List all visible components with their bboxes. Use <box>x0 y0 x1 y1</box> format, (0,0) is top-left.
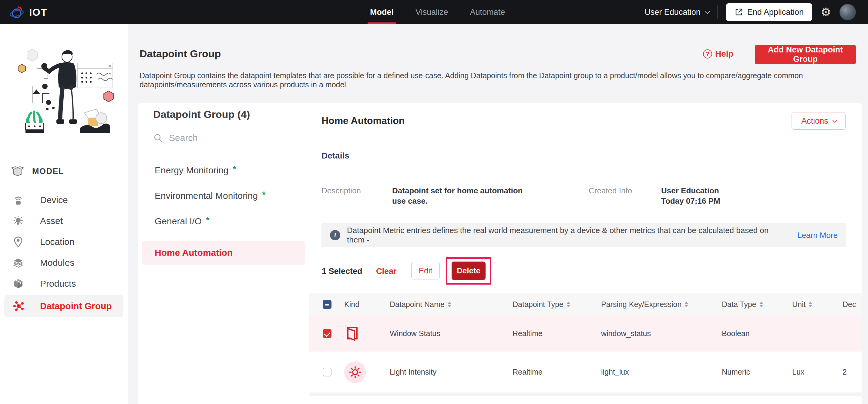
model-icon <box>11 166 24 176</box>
description-value: Datapoint set for home automation use ca… <box>392 186 523 206</box>
sidebar-item-datapoint-group[interactable]: Datapoint Group <box>4 295 123 317</box>
chevron-down-icon <box>705 9 710 14</box>
detail-title: Home Automation <box>321 115 405 126</box>
asterisk-icon: * <box>232 164 236 174</box>
sun-icon <box>344 361 366 383</box>
col-data-type: Data Type <box>722 300 792 309</box>
modules-icon <box>12 257 29 269</box>
created-info-label: Created Info <box>589 186 632 196</box>
delete-button[interactable]: Delete <box>452 262 486 280</box>
learn-more-link[interactable]: Learn More <box>797 231 838 240</box>
group-item-home-automation[interactable]: Home Automation <box>142 241 305 265</box>
asterisk-icon: * <box>262 190 266 200</box>
location-icon <box>12 236 29 248</box>
cell-type: Realtime <box>513 368 601 376</box>
search-input[interactable] <box>169 133 278 143</box>
clear-selection-link[interactable]: Clear <box>376 267 397 276</box>
cell-parsing-key: light_lux <box>601 368 722 376</box>
description-label: Description <box>321 186 361 196</box>
brand-name: IOT <box>29 6 47 18</box>
chevron-down-icon <box>833 118 837 123</box>
main-tabs: Model Visualize Automate <box>370 0 505 24</box>
table-header: Kind Datapoint Name Datapoint Type Parsi… <box>309 293 862 315</box>
select-all-checkbox[interactable] <box>323 300 332 309</box>
sidebar-item-products[interactable]: Products <box>0 273 128 294</box>
end-application-button[interactable]: End Application <box>726 3 812 21</box>
asterisk-icon: * <box>206 215 210 225</box>
external-link-icon <box>735 8 743 16</box>
selected-count: 1 Selected <box>322 267 363 276</box>
sort-icon[interactable] <box>809 302 812 307</box>
edit-button[interactable]: Edit <box>411 262 440 279</box>
cell-type: Realtime <box>513 329 601 338</box>
workspace-selector[interactable]: User Education <box>645 8 709 17</box>
sidebar-item-device[interactable]: Device <box>0 190 128 210</box>
row-separator <box>309 393 862 396</box>
col-parsing-key: Parsing Key/Expression <box>601 300 722 309</box>
col-dec: Dec <box>842 300 862 309</box>
group-item-general-io[interactable]: General I/O * <box>142 208 305 234</box>
datapoint-group-icon <box>12 299 29 313</box>
col-unit: Unit <box>792 300 842 309</box>
group-list: Energy Monitoring * Environmental Monito… <box>142 158 305 265</box>
page-title: Datapoint Group <box>140 48 221 60</box>
help-icon <box>703 49 712 59</box>
nav-divider <box>717 5 718 19</box>
group-list-title: Datapoint Group (4) <box>153 108 250 120</box>
asset-icon <box>12 215 29 227</box>
tab-model[interactable]: Model <box>370 0 394 24</box>
banner-text: Datapoint Metric entries defines the rea… <box>347 226 788 244</box>
page-description: Datapoint Group contains the datapoint t… <box>140 71 846 89</box>
cell-parsing-key: window_status <box>601 329 722 338</box>
row-checkbox[interactable] <box>323 329 332 338</box>
table-row[interactable]: Window Status Realtime window_status Boo… <box>309 315 862 351</box>
avatar[interactable] <box>839 4 856 20</box>
search-icon <box>153 133 163 143</box>
help-link[interactable]: Help <box>703 49 734 59</box>
brand: IOT <box>9 4 118 20</box>
info-banner: Datapoint Metric entries defines the rea… <box>321 223 846 247</box>
tab-visualize[interactable]: Visualize <box>415 0 448 24</box>
sort-icon[interactable] <box>566 302 570 307</box>
info-icon <box>330 230 340 240</box>
workspace-name: User Education <box>645 8 701 17</box>
gear-icon[interactable]: ⚙ <box>821 6 831 18</box>
cell-data-type: Boolean <box>722 329 792 338</box>
sidebar-nav: MODEL Device <box>0 162 128 318</box>
sidebar-item-asset[interactable]: Asset <box>0 210 128 231</box>
cell-unit: Lux <box>792 368 842 376</box>
window-icon <box>344 325 390 342</box>
col-kind: Kind <box>344 300 390 309</box>
iot-logo-icon <box>9 4 25 20</box>
sidebar-illustration <box>8 33 120 155</box>
details-heading: Details <box>321 151 349 161</box>
col-datapoint-type: Datapoint Type <box>513 300 601 309</box>
group-item-environmental-monitoring[interactable]: Environmental Monitoring * <box>142 183 305 208</box>
sort-icon[interactable] <box>760 302 763 307</box>
sidebar: MODEL Device <box>0 24 128 404</box>
table-row[interactable]: Light Intensity Realtime light_lux Numer… <box>309 351 862 393</box>
cell-data-type: Numeric <box>722 368 792 376</box>
sort-icon[interactable] <box>684 302 688 307</box>
sidebar-item-location[interactable]: Location <box>0 231 128 252</box>
group-search <box>153 133 287 143</box>
cell-name: Window Status <box>390 329 513 338</box>
col-datapoint-name: Datapoint Name <box>390 300 513 309</box>
sort-icon[interactable] <box>448 302 451 307</box>
top-navbar: IOT Model Visualize Automate User Educat… <box>0 0 868 24</box>
sidebar-section-model[interactable]: MODEL <box>0 162 128 180</box>
add-new-datapoint-group-button[interactable]: Add New Datapoint Group <box>755 45 856 64</box>
cell-decimals: 2 <box>842 368 862 376</box>
sidebar-item-modules[interactable]: Modules <box>0 252 128 273</box>
products-icon <box>12 278 29 290</box>
group-item-energy-monitoring[interactable]: Energy Monitoring * <box>142 158 305 183</box>
cell-name: Light Intensity <box>390 368 513 376</box>
created-info-value: User Education Today 07:16 PM <box>661 186 720 206</box>
page-background-strip <box>862 24 868 404</box>
actions-button[interactable]: Actions <box>792 112 845 130</box>
row-checkbox[interactable] <box>323 368 332 376</box>
tab-automate[interactable]: Automate <box>470 0 505 24</box>
device-icon <box>12 194 29 206</box>
